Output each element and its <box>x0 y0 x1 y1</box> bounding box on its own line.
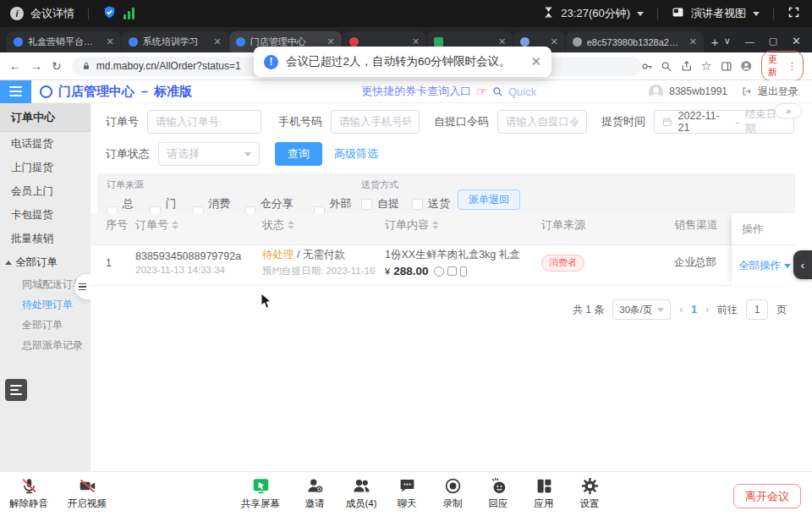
sidebar-sub-all-orders[interactable]: 全部订单 <box>0 315 91 335</box>
settings-button[interactable]: 设置 <box>562 477 617 510</box>
bookmark-star-icon[interactable]: ☆ <box>700 58 711 74</box>
sidebar-item-member-visit[interactable]: 会员上门 <box>0 179 91 203</box>
view-mode-label[interactable]: 演讲者视图 <box>691 6 746 21</box>
coupon-query-link[interactable]: 更快捷的券卡查询入口 <box>361 84 471 99</box>
back-icon[interactable]: ← <box>9 59 21 73</box>
checkbox-icon[interactable] <box>412 199 423 210</box>
user-avatar <box>649 85 663 99</box>
tab-search-icon[interactable]: ∨ <box>724 36 731 47</box>
forward-icon[interactable]: → <box>30 59 42 73</box>
meeting-top-bar: i 会议详情 23:27(60分钟) 演讲者视图 <box>0 0 812 27</box>
tab-close-icon[interactable]: ✕ <box>105 36 114 47</box>
row-action-dropdown[interactable]: 全部操作 <box>732 245 795 286</box>
sidebar-sub-pending-orders[interactable]: 待处理订单 <box>0 294 91 315</box>
window-close-icon[interactable]: ✕ <box>792 35 801 47</box>
current-page[interactable]: 1 <box>691 304 697 316</box>
reload-icon[interactable]: ↻ <box>52 59 62 73</box>
menu-hamburger-button[interactable] <box>0 80 31 103</box>
browser-tab-2[interactable]: 系统培训学习 ✕ <box>122 31 228 52</box>
toast-message: 会议已超过2人，自动转为60分钟限时会议。 <box>286 54 511 69</box>
sidebar-group-all-orders[interactable]: 全部订单 <box>0 250 91 274</box>
order-no-input[interactable] <box>147 110 261 134</box>
timer-caret-icon[interactable] <box>637 12 644 16</box>
meeting-toolbar: 解除静音 开启视频 共享屏幕 邀请 <box>0 471 812 516</box>
new-tab-button[interactable]: + <box>711 35 719 49</box>
search-button[interactable]: 查询 <box>275 142 322 166</box>
toast-close-icon[interactable]: ✕ <box>530 54 541 69</box>
kebab-menu-icon[interactable]: ⋮ <box>787 61 797 72</box>
app-header: 门店管理中心 － 标准版 更快捷的券卡查询入口 ☞ Quick 8385wb19… <box>0 80 812 103</box>
date-start-value[interactable]: 2022-11-21 <box>678 110 730 134</box>
checkbox-icon[interactable] <box>361 199 372 210</box>
checkbox-delivery[interactable]: 送货 <box>412 196 450 211</box>
next-page-icon[interactable]: › <box>705 304 709 316</box>
phone-input[interactable] <box>331 110 420 134</box>
browser-update-button[interactable]: 更新 ⋮ <box>761 51 804 81</box>
sidebar-sub-hq-dispatch-log[interactable]: 总部派单记录 <box>0 335 91 355</box>
pickup-code-input[interactable] <box>497 110 587 134</box>
divider <box>773 8 774 19</box>
sidebar-list-button[interactable] <box>5 379 27 401</box>
zoom-icon[interactable] <box>661 60 672 73</box>
tab-favicon <box>129 37 138 47</box>
browser-tab-7[interactable]: e8c573980b1328a258fd2e6f8 ✕ <box>566 31 704 52</box>
sidebar-item-door-pickup[interactable]: 上门提货 <box>0 156 91 179</box>
share-icon[interactable] <box>681 60 693 73</box>
quick-label[interactable]: Quick <box>508 85 536 98</box>
meeting-toast: ! 会议已超过2人，自动转为60分钟限时会议。 ✕ <box>254 47 551 77</box>
dispatch-return-button[interactable]: 派单退回 <box>458 189 520 210</box>
security-shield-icon[interactable] <box>102 5 117 22</box>
window-maximize-icon[interactable]: ▢ <box>769 36 777 47</box>
package-icon[interactable] <box>447 266 457 276</box>
divider <box>657 8 658 19</box>
sort-icon[interactable] <box>432 221 439 229</box>
sidebar-item-batch-verify[interactable]: 批量核销 <box>0 227 91 250</box>
col-order-no[interactable]: 订单号 <box>135 217 262 233</box>
phone-icon[interactable] <box>460 266 467 277</box>
side-panel-toggle[interactable]: ‹ <box>793 250 812 279</box>
key-icon[interactable] <box>641 60 653 73</box>
meeting-info-icon[interactable]: i <box>10 7 24 20</box>
logout-icon[interactable] <box>742 86 752 96</box>
window-minimize-icon[interactable]: — <box>745 36 754 47</box>
side-panel-icon[interactable] <box>721 60 732 73</box>
browser-tab-1[interactable]: 礼盒营销平台管理中心 ✕ <box>7 31 121 52</box>
share-screen-button[interactable]: 共享屏幕 <box>233 477 288 510</box>
unmute-button[interactable]: 解除静音 <box>2 477 56 510</box>
advanced-filter-link[interactable]: 高级筛选 <box>334 146 378 162</box>
tab-close-icon[interactable]: ✕ <box>212 36 222 47</box>
fullscreen-icon[interactable] <box>787 6 800 21</box>
logout-label[interactable]: 退出登录 <box>758 85 798 99</box>
view-mode-caret-icon[interactable] <box>753 12 760 16</box>
leave-meeting-button[interactable]: 离开会议 <box>733 484 801 508</box>
table-header: 序号 订单号 状态 订单内容 订单来源 销售渠道 <box>91 213 732 245</box>
cell-pickup-note: 预约自提日期: 2023-11-16 <box>262 265 385 277</box>
date-range-picker[interactable]: 2022-11-21 - 结束日期 <box>654 110 794 134</box>
collapse-triangle-icon <box>5 261 12 265</box>
col-status[interactable]: 状态 <box>262 217 385 233</box>
sort-icon[interactable] <box>172 221 178 229</box>
profile-avatar-icon[interactable] <box>740 59 752 73</box>
filter-expand-button[interactable]: » <box>775 103 802 118</box>
col-content[interactable]: 订单内容 <box>385 217 541 233</box>
total-count: 共 1 条 <box>573 303 604 317</box>
sort-icon[interactable] <box>288 221 294 229</box>
start-video-button[interactable]: 开启视频 <box>60 477 114 510</box>
checkbox-self-pickup[interactable]: 自提 <box>361 196 399 211</box>
quick-search-icon[interactable] <box>492 86 503 97</box>
tab-close-icon[interactable]: ✕ <box>548 36 557 47</box>
sidebar-item-card-pickup[interactable]: 卡包提货 <box>0 203 91 227</box>
table-row[interactable]: 1 83859345088979792a 2023-11-13 14:33:34… <box>91 245 732 286</box>
order-status-select[interactable]: 请选择 <box>158 142 260 166</box>
sidebar-item-phone-pickup[interactable]: 电话提货 <box>0 132 91 156</box>
mic-off-icon <box>20 477 38 495</box>
page-size-select[interactable]: 30条/页 <box>612 299 671 320</box>
cell-order-time: 2023-11-13 14:33:34 <box>135 265 262 275</box>
tab-close-icon[interactable]: ✕ <box>688 36 697 47</box>
receipt-icon[interactable] <box>434 266 444 277</box>
goto-page-input[interactable] <box>746 299 768 320</box>
meeting-details-label[interactable]: 会议详情 <box>30 6 74 21</box>
prev-page-icon[interactable]: ‹ <box>679 304 683 316</box>
col-action: 操作 <box>732 213 795 245</box>
status-pending: 待处理 <box>262 249 294 261</box>
